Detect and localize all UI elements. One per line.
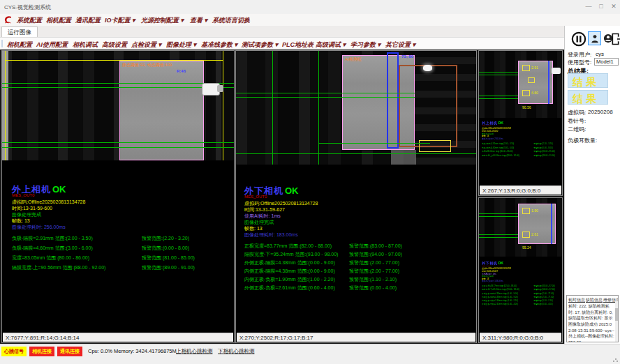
- tool-spot-check[interactable]: 点检设置 ▾: [131, 40, 161, 50]
- marker-label: 90.56: [522, 105, 531, 109]
- tool-ai-config[interactable]: AI使用配置: [36, 40, 68, 50]
- upper-camera-heartbeat-link[interactable]: 上相机心跳检测: [176, 348, 213, 355]
- lower-camera-heartbeat-link[interactable]: 下相机心跳检测: [218, 348, 255, 355]
- left-camera-image[interactable]: 静态阈值:93, 动态阈值:100 R:46: [2, 51, 234, 160]
- maximize-button[interactable]: □: [596, 3, 606, 10]
- green-guide-vline: [272, 51, 273, 165]
- green-measure-line: [2, 147, 234, 148]
- mes-status-text: MES_OUT0: [12, 193, 34, 197]
- elapsed-line: 图像处理耗时: 256.00ms: [12, 224, 66, 231]
- logout-door-icon: [610, 32, 620, 46]
- connector-end-cap: [217, 85, 223, 92]
- status-bar: 心跳信号 相机连接 通讯连接 Cpu: 0.0% Memory: 3424.41…: [0, 344, 620, 364]
- marker-label: 4.60: [531, 91, 538, 95]
- mini-lower-camera-panel: 1.90 2.61 95.24 外下相机OK MES_OUT0 虚拟码:Offl…: [478, 197, 563, 343]
- blue-guide-vline: [551, 204, 552, 244]
- result-ok-text: OK: [285, 185, 299, 196]
- model-select[interactable]: Model1: [594, 58, 619, 66]
- toolbar: 相机配置 AI使用配置 相机调试 高级设置 点检设置 ▾ 图像处理 ▾ 基准线参…: [0, 37, 564, 51]
- green-measure-line: [318, 143, 430, 144]
- warn-range: 预警范围:(2.20 - 3.20): [142, 235, 189, 242]
- r-value-overlay-label: R:46: [177, 69, 186, 73]
- measurement-row: 外侧正极-隔膜=4.38mm 范围:(0.00 - 9.00)预警范围:(2.0…: [244, 259, 472, 266]
- tool-test-params[interactable]: 测试项参数 ▾: [242, 40, 278, 50]
- app-logo-icon: [3, 15, 13, 25]
- tool-baseline-params[interactable]: 基准线参数 ▾: [201, 40, 237, 50]
- tool-advanced-config[interactable]: 高级设置: [102, 40, 127, 50]
- yellow-marker-box: [522, 208, 530, 214]
- measurement-value: 外侧正极-负极=2.61mm 范围:(0.60 - 4.00): [244, 285, 335, 290]
- pause-icon: [571, 31, 586, 47]
- yellow-guide-vline-left: [5, 51, 6, 160]
- log-scrollbar-thumb[interactable]: [615, 308, 618, 321]
- tool-other-settings[interactable]: 其它设置 ▾: [385, 40, 415, 50]
- tool-learning-params[interactable]: 学习参数 ▾: [350, 40, 381, 50]
- mini-result-text: 外上相机OK MES_OUT0 虚拟码:Offline2025020813134…: [482, 121, 561, 186]
- log-scrollbar[interactable]: [615, 301, 618, 342]
- user-icon: [591, 34, 599, 43]
- login-user-label: 登录用户:: [568, 51, 591, 59]
- heartbeat-signal-badge: 心跳信号: [1, 347, 27, 356]
- measurement-row: 隔膜宽度-下=95.24mm 范围:(93.00 - 98.00)预警范围:(9…: [244, 251, 472, 258]
- pause-button[interactable]: [569, 29, 588, 48]
- mini-upper-image[interactable]: 2.91 4.60 90.56: [479, 51, 562, 118]
- measurement-value: 宽度=83.05mm 范围:(80.00 - 86.00): [12, 255, 89, 260]
- measurement-row: 内侧正极-隔膜=4.38mm 范围:(0.00 - 9.00)预警范围:(2.0…: [244, 268, 472, 275]
- measurement-row: 内侧正极-负极=1.90mm 范围:(1.00 - 2.20)预警范围:(1.1…: [244, 276, 472, 283]
- measurement-row: 正极宽度=83.77mm 范围:(82.00 - 88.00)预警范围:(83.…: [244, 243, 472, 250]
- white-connector-tab: [552, 68, 561, 74]
- resize-grip[interactable]: [613, 357, 618, 362]
- measurement-row: 宽度=83.05mm 范围:(80.00 - 86.00)预警范围:(81.00…: [12, 255, 230, 261]
- mini-result-text: 外下相机OK MES_OUT0 虚拟码:Offline2025020813134…: [482, 261, 561, 332]
- yellow-marker-box: [522, 65, 530, 71]
- menu-item-comm-config[interactable]: 通讯配置: [75, 16, 101, 25]
- menu-item-io-config[interactable]: IO卡配置 ▾: [105, 16, 135, 25]
- tool-camera-config[interactable]: 相机配置: [7, 40, 32, 50]
- close-button[interactable]: ✕: [609, 3, 619, 10]
- menu-item-language-switch[interactable]: 系统语言切换: [212, 16, 250, 25]
- measurement-value: 正极宽度=83.77mm 范围:(82.00 - 88.00): [244, 243, 332, 248]
- mini-lower-image[interactable]: 1.90 2.61 95.24: [479, 198, 562, 257]
- middle-camera-image[interactable]: AI检测框 73; 80: [236, 51, 476, 165]
- measurement-value: 外侧正极-隔膜=4.38mm 范围:(0.00 - 9.00): [244, 260, 335, 265]
- measurement-row: 外侧正极-负极=2.61mm 范围:(0.60 - 4.00)预警范围:(0.6…: [244, 285, 472, 291]
- result-ok-text: OK: [52, 184, 66, 195]
- left-camera-panel: 静态阈值:93, 动态阈值:100 R:46 外上相机OK MES_OUT0 虚…: [1, 50, 235, 343]
- warn-range: 预警范围:(81.00 - 85.00): [142, 255, 195, 261]
- threshold-overlay-label: 静态阈值:93, 动态阈值:100: [122, 62, 172, 68]
- yellow-guide-vline-right: [223, 51, 223, 160]
- measurement-value: 负极-隔膜=2.91mm 范围:(2.00 - 3.50): [12, 236, 93, 241]
- minimize-button[interactable]: —: [584, 3, 593, 10]
- menu-item-system-config[interactable]: 系统配置: [17, 16, 42, 25]
- warn-range: 预警范围:(0.00 - 8.00): [142, 245, 189, 252]
- menu-item-view[interactable]: 查看 ▾: [190, 16, 207, 25]
- title-bar: CYS-视觉检测系统 — □ ✕: [0, 0, 620, 14]
- measurement-value: 隔膜宽度-上=90.56mm 范围:(88.00 - 92.00): [12, 265, 105, 270]
- login-user-value: cys: [596, 51, 604, 57]
- log-box: 耗时信息 缺陷信息 维修信息 耗时: 222, 缺陷检测耗时: 17, 缺陷分离…: [566, 295, 619, 342]
- warn-range: 预警范围:(2.00 - 77.00): [349, 259, 399, 266]
- tool-advanced-debug[interactable]: 高级调试 ▾: [316, 40, 346, 50]
- menu-item-light-config[interactable]: 光源控制配置 ▾: [141, 16, 184, 25]
- measurement-value: 内侧正极-负极=1.90mm 范围:(1.00 - 2.20): [244, 277, 335, 282]
- pixel-coords-bar: X:270;Y:2502;R:17;G:17;B:17: [237, 333, 475, 342]
- tool-image-process[interactable]: 图像处理 ▾: [166, 40, 196, 50]
- yellow-detect-box: [419, 140, 451, 152]
- menu-item-camera-config[interactable]: 相机配置: [46, 16, 71, 25]
- tool-plc-address[interactable]: PLC地址表: [282, 40, 313, 50]
- pixel-coords-bar: X:7677;Y:891;R:14;G:14;B:14: [3, 333, 233, 342]
- measurement-row: 隔膜宽度-上=90.56mm 范围:(88.00 - 92.00)预警范围:(8…: [12, 264, 230, 271]
- exit-button[interactable]: [607, 29, 620, 48]
- log-tab-defect[interactable]: 缺陷信息: [586, 297, 603, 303]
- tool-camera-debug[interactable]: 相机调试: [73, 40, 98, 50]
- log-tab-timing[interactable]: 耗时信息: [568, 297, 585, 303]
- green-measure-line: [236, 93, 415, 93]
- user-mode-button[interactable]: [588, 31, 601, 45]
- green-measure-line: [2, 142, 234, 143]
- main-area: 静态阈值:93, 动态阈值:100 R:46 外上相机OK MES_OUT0 虚…: [0, 50, 564, 344]
- measurement-value: 负极-隔膜=4.60mm 范围:(3.00 - 6.00): [12, 245, 93, 250]
- warn-range: 预警范围:(0.60 - 4.00): [349, 285, 397, 291]
- window-title: CYS-视觉检测系统: [4, 3, 51, 11]
- green-guide-vline: [318, 51, 319, 165]
- mes-status-text: MES_OUT0: [244, 195, 267, 199]
